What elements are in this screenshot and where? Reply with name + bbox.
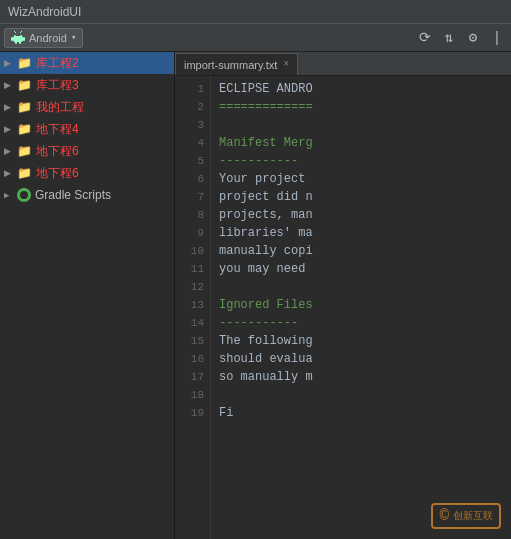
folder-icon: 📁 xyxy=(17,166,32,180)
main-area: ▶ 📁 库工程2 ▶ 📁 库工程3 ▶ 📁 我的工程 ▶ 📁 地下程4 ▶ 📁 … xyxy=(0,52,511,539)
tree-item-project6[interactable]: ▶ 📁 地下程6 xyxy=(0,162,174,184)
android-icon xyxy=(11,31,25,45)
tree-item-project1[interactable]: ▶ 📁 库工程2 xyxy=(0,52,174,74)
title-bar: WizAndroidUI xyxy=(0,0,511,24)
editor-panel: import-summary.txt × 1234567891011121314… xyxy=(175,52,511,539)
divider-icon: | xyxy=(487,30,507,46)
gradle-scripts-item[interactable]: ▶ Gradle Scripts xyxy=(0,184,174,206)
settings-icon[interactable]: ⚙ xyxy=(463,29,483,46)
layout-icon[interactable]: ⇅ xyxy=(439,29,459,46)
tree-item-label: 库工程2 xyxy=(36,55,79,72)
tab-close-button[interactable]: × xyxy=(283,59,289,70)
svg-rect-2 xyxy=(13,36,23,42)
code-line: manually copi xyxy=(219,242,503,260)
gradle-icon xyxy=(17,188,31,202)
toolbar-icons: ⟳ ⇅ ⚙ | xyxy=(415,29,507,46)
editor-area[interactable]: 12345678910111213141516171819 ECLIPSE AN… xyxy=(175,76,511,539)
tree-item-label: 地下程4 xyxy=(36,121,79,138)
svg-line-8 xyxy=(20,31,22,33)
tree-item-label: 我的工程 xyxy=(36,99,84,116)
code-line: libraries' ma xyxy=(219,224,503,242)
android-dropdown-label: Android xyxy=(29,32,67,44)
line-number: 13 xyxy=(175,296,210,314)
svg-rect-6 xyxy=(19,41,21,44)
tree-item-label: 地下程6 xyxy=(36,165,79,182)
code-line: Ignored Files xyxy=(219,296,503,314)
expand-arrow-icon: ▶ xyxy=(4,190,14,201)
code-line: Manifest Merg xyxy=(219,134,503,152)
expand-arrow-icon: ▶ xyxy=(4,124,14,134)
code-line: ----------- xyxy=(219,314,503,332)
code-content: ECLIPSE ANDRO=============Manifest Merg-… xyxy=(211,76,511,539)
line-number: 4 xyxy=(175,134,210,152)
code-line xyxy=(219,116,503,134)
line-number: 10 xyxy=(175,242,210,260)
watermark-text: 创新互联 xyxy=(453,509,493,523)
folder-icon: 📁 xyxy=(17,144,32,158)
tab-filename: import-summary.txt xyxy=(184,59,277,71)
svg-rect-3 xyxy=(11,37,13,41)
line-number: 8 xyxy=(175,206,210,224)
code-line: ============= xyxy=(219,98,503,116)
tree-item-project2[interactable]: ▶ 📁 库工程3 xyxy=(0,74,174,96)
svg-rect-5 xyxy=(15,41,17,44)
expand-arrow-icon: ▶ xyxy=(4,102,14,112)
folder-icon: 📁 xyxy=(17,78,32,92)
tree-item-project5[interactable]: ▶ 📁 地下程6 xyxy=(0,140,174,162)
folder-icon: 📁 xyxy=(17,122,32,136)
editor-tab[interactable]: import-summary.txt × xyxy=(175,53,298,75)
code-line: Your project xyxy=(219,170,503,188)
expand-arrow-icon: ▶ xyxy=(4,146,14,156)
sync-icon[interactable]: ⟳ xyxy=(415,29,435,46)
expand-arrow-icon: ▶ xyxy=(4,168,14,178)
dropdown-arrow-icon: ▾ xyxy=(71,32,76,43)
code-line: ECLIPSE ANDRO xyxy=(219,80,503,98)
tab-bar: import-summary.txt × xyxy=(175,52,511,76)
svg-rect-4 xyxy=(23,37,25,41)
tree-item-project4[interactable]: ▶ 📁 地下程4 xyxy=(0,118,174,140)
line-number: 2 xyxy=(175,98,210,116)
line-number: 11 xyxy=(175,260,210,278)
code-line: so manually m xyxy=(219,368,503,386)
line-number: 18 xyxy=(175,386,210,404)
watermark: © 创新互联 xyxy=(431,503,501,529)
android-dropdown[interactable]: Android ▾ xyxy=(4,28,83,48)
line-number: 7 xyxy=(175,188,210,206)
line-number: 15 xyxy=(175,332,210,350)
gradle-label: Gradle Scripts xyxy=(35,188,111,202)
line-numbers: 12345678910111213141516171819 xyxy=(175,76,211,539)
project-tree: ▶ 📁 库工程2 ▶ 📁 库工程3 ▶ 📁 我的工程 ▶ 📁 地下程4 ▶ 📁 … xyxy=(0,52,175,539)
folder-icon: 📁 xyxy=(17,56,32,70)
tree-item-label: 库工程3 xyxy=(36,77,79,94)
tree-item-label: 地下程6 xyxy=(36,143,79,160)
line-number: 3 xyxy=(175,116,210,134)
code-line xyxy=(219,278,503,296)
line-number: 1 xyxy=(175,80,210,98)
app-title: WizAndroidUI xyxy=(8,5,81,19)
line-number: 14 xyxy=(175,314,210,332)
line-number: 9 xyxy=(175,224,210,242)
expand-arrow-icon: ▶ xyxy=(4,58,14,68)
expand-arrow-icon: ▶ xyxy=(4,80,14,90)
code-line xyxy=(219,386,503,404)
watermark-box: © 创新互联 xyxy=(431,503,501,529)
code-line: you may need xyxy=(219,260,503,278)
line-number: 12 xyxy=(175,278,210,296)
watermark-icon: © xyxy=(439,507,449,525)
code-line: The following xyxy=(219,332,503,350)
line-number: 17 xyxy=(175,368,210,386)
code-line: Fi xyxy=(219,404,503,422)
line-number: 16 xyxy=(175,350,210,368)
code-line: ----------- xyxy=(219,152,503,170)
toolbar: Android ▾ ⟳ ⇅ ⚙ | xyxy=(0,24,511,52)
line-number: 19 xyxy=(175,404,210,422)
folder-icon: 📁 xyxy=(17,100,32,114)
code-line: projects, man xyxy=(219,206,503,224)
line-number: 5 xyxy=(175,152,210,170)
code-line: should evalua xyxy=(219,350,503,368)
svg-line-7 xyxy=(14,31,16,33)
code-line: project did n xyxy=(219,188,503,206)
line-number: 6 xyxy=(175,170,210,188)
tree-item-project3[interactable]: ▶ 📁 我的工程 xyxy=(0,96,174,118)
